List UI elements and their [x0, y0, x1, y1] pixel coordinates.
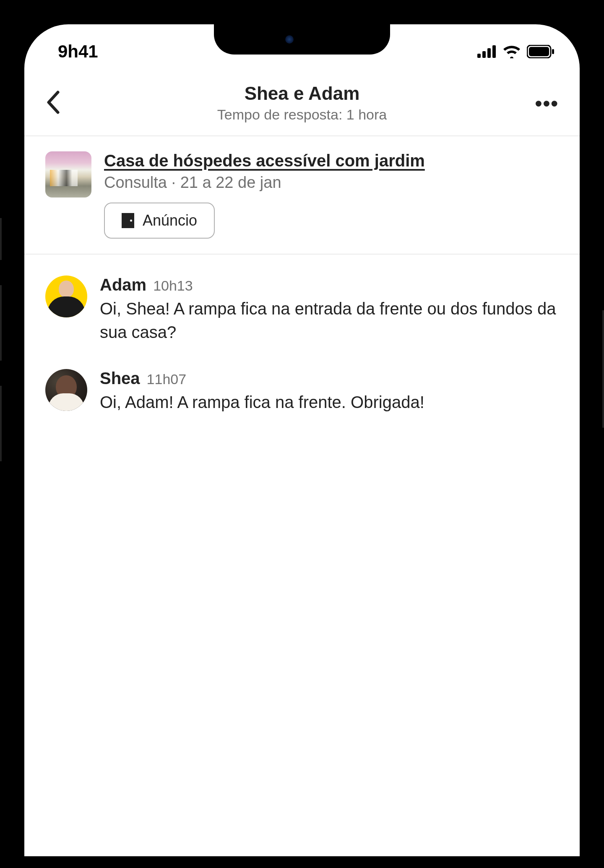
svg-rect-6: [552, 49, 554, 54]
phone-body: 9h41 Shea e Ad: [13, 13, 591, 868]
phone-side-button: [0, 218, 2, 260]
svg-rect-3: [492, 45, 496, 58]
listing-meta: Consulta · 21 a 22 de jan: [104, 174, 559, 192]
message-header: Shea 11h07: [100, 369, 559, 388]
message-item: Adam 10h13 Oi, Shea! A rampa fica na ent…: [45, 275, 559, 344]
message-content: Shea 11h07 Oi, Adam! A rampa fica na fre…: [100, 369, 559, 414]
listing-thumbnail[interactable]: [45, 151, 91, 198]
svg-rect-5: [529, 47, 549, 56]
message-time: 10h13: [153, 278, 193, 294]
more-horizontal-icon: •••: [535, 92, 559, 114]
header-center: Shea e Adam Tempo de resposta: 1 hora: [45, 83, 559, 123]
listing-status: Consulta: [104, 174, 167, 191]
status-icons: [477, 45, 555, 58]
listing-title-link[interactable]: Casa de hóspedes acessível com jardim: [104, 151, 559, 170]
avatar[interactable]: [45, 369, 87, 411]
listing-info: Casa de hóspedes acessível com jardim Co…: [104, 151, 559, 239]
status-time: 9h41: [58, 42, 98, 62]
phone-frame: 9h41 Shea e Ad: [0, 0, 604, 868]
listing-dates: 21 a 22 de jan: [180, 174, 281, 191]
chevron-left-icon: [45, 91, 60, 114]
message-author: Shea: [100, 369, 140, 388]
message-time: 11h07: [147, 371, 187, 387]
listing-section: Casa de hóspedes acessível com jardim Co…: [24, 136, 580, 255]
message-text: Oi, Adam! A rampa fica na frente. Obriga…: [100, 390, 559, 414]
conversation-title: Shea e Adam: [45, 83, 559, 104]
more-options-button[interactable]: •••: [535, 91, 559, 114]
message-content: Adam 10h13 Oi, Shea! A rampa fica na ent…: [100, 275, 559, 344]
meta-separator: ·: [167, 174, 180, 191]
response-time: Tempo de resposta: 1 hora: [45, 107, 559, 123]
svg-rect-1: [482, 51, 486, 58]
phone-volume-up: [0, 285, 2, 361]
listing-button[interactable]: Anúncio: [104, 203, 215, 239]
phone-notch: [214, 24, 390, 55]
nav-header: Shea e Adam Tempo de resposta: 1 hora ••…: [24, 70, 580, 136]
svg-rect-2: [487, 48, 491, 58]
battery-icon: [527, 45, 555, 58]
message-item: Shea 11h07 Oi, Adam! A rampa fica na fre…: [45, 369, 559, 414]
message-header: Adam 10h13: [100, 275, 559, 294]
phone-power-button: [602, 310, 604, 428]
door-icon: [122, 213, 134, 228]
wifi-icon: [502, 45, 521, 58]
svg-rect-0: [477, 54, 481, 58]
message-text: Oi, Shea! A rampa fica na entrada da fre…: [100, 297, 559, 344]
phone-volume-down: [0, 386, 2, 461]
message-list: Adam 10h13 Oi, Shea! A rampa fica na ent…: [24, 255, 580, 460]
back-button[interactable]: [45, 91, 60, 116]
cellular-signal-icon: [477, 45, 497, 58]
avatar[interactable]: [45, 275, 87, 317]
screen: 9h41 Shea e Ad: [24, 24, 580, 856]
front-camera: [285, 35, 294, 44]
message-author: Adam: [100, 275, 146, 294]
listing-button-label: Anúncio: [143, 212, 197, 229]
